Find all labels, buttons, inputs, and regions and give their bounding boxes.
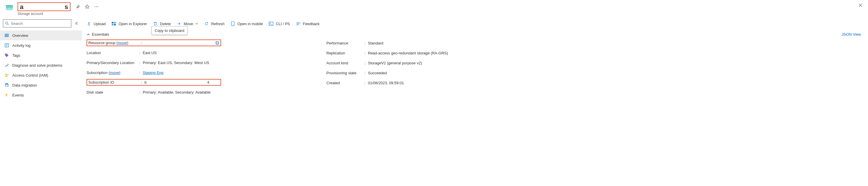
account-kind-label: Account kind bbox=[327, 61, 364, 65]
sidebar-item-label: Events bbox=[12, 93, 24, 97]
svg-rect-22 bbox=[114, 24, 116, 26]
delete-icon bbox=[153, 21, 158, 26]
sidebar-item-label: Data migration bbox=[12, 83, 37, 88]
copy-icon[interactable] bbox=[215, 41, 219, 45]
svg-rect-2 bbox=[6, 9, 13, 10]
svg-point-15 bbox=[5, 54, 6, 55]
account-kind-value: StorageV2 (general purpose v2) bbox=[368, 61, 422, 65]
essentials-toggle[interactable]: Essentials bbox=[87, 32, 109, 36]
refresh-icon bbox=[204, 21, 209, 26]
location-label: Location bbox=[87, 51, 139, 55]
svg-point-24 bbox=[232, 25, 233, 26]
mobile-icon bbox=[230, 21, 235, 26]
sidebar-item-label: Access Control (IAM) bbox=[12, 73, 48, 78]
svg-point-4 bbox=[96, 6, 97, 7]
data-migration-icon bbox=[4, 83, 9, 88]
svg-rect-20 bbox=[114, 22, 116, 23]
sidebar-item-label: Diagnose and solve problems bbox=[12, 63, 62, 67]
sidebar-item-diagnose[interactable]: Diagnose and solve problems bbox=[0, 60, 82, 70]
tags-icon bbox=[4, 53, 9, 58]
subscription-id-label: Subscription ID bbox=[88, 80, 141, 85]
svg-point-16 bbox=[5, 74, 7, 75]
sidebar-item-data-migration[interactable]: Data migration bbox=[0, 80, 82, 90]
subscription-move-link[interactable]: move bbox=[110, 70, 119, 75]
provisioning-label: Provisioning state bbox=[327, 71, 364, 75]
replication-value: Read-access geo-redundant storage (RA-GR… bbox=[368, 51, 448, 55]
created-value: 01/08/2023, 09:59:01 bbox=[368, 81, 404, 85]
main-content: Upload Open in Explorer Delete Move bbox=[82, 16, 868, 100]
resource-subtitle: Storage account bbox=[18, 12, 99, 16]
activity-log-icon bbox=[4, 43, 9, 48]
storage-account-icon bbox=[5, 3, 14, 12]
disk-state-label: Disk state bbox=[87, 90, 139, 94]
svg-point-26 bbox=[297, 22, 299, 24]
svg-rect-19 bbox=[112, 22, 114, 23]
page-header: a s S bbox=[0, 0, 868, 16]
resource-title-redacted: a s bbox=[18, 2, 70, 11]
subscription-id-value: b 4 bbox=[145, 80, 219, 85]
svg-point-17 bbox=[7, 74, 8, 75]
sidebar: Overview Activity log Tags bbox=[0, 16, 82, 100]
sidebar-search[interactable] bbox=[3, 19, 71, 28]
more-ellipsis-icon[interactable] bbox=[94, 4, 99, 9]
sidebar-item-label: Tags bbox=[12, 53, 20, 58]
sidebar-item-access-control[interactable]: Access Control (IAM) bbox=[0, 70, 82, 80]
collapse-sidebar-icon[interactable] bbox=[74, 21, 79, 26]
svg-rect-28 bbox=[216, 41, 218, 44]
sidebar-item-events[interactable]: Events bbox=[0, 90, 82, 100]
feedback-button[interactable]: Feedback bbox=[296, 19, 320, 28]
subscription-link[interactable]: Staging Eng bbox=[143, 70, 163, 75]
sidebar-item-label: Overview bbox=[12, 33, 28, 38]
open-mobile-button[interactable]: Open in mobile bbox=[230, 19, 263, 28]
cli-ps-button[interactable]: CLI / PS bbox=[269, 19, 290, 28]
move-icon bbox=[177, 21, 181, 26]
created-label: Created bbox=[327, 81, 364, 85]
upload-icon bbox=[87, 21, 91, 26]
primary-secondary-label: Primary/Secondary Location bbox=[87, 61, 139, 65]
search-input[interactable] bbox=[11, 21, 69, 26]
svg-point-6 bbox=[5, 22, 8, 24]
replication-label: Replication bbox=[327, 51, 364, 55]
explorer-icon bbox=[112, 21, 116, 26]
copy-tooltip: Copy to clipboard bbox=[152, 26, 187, 35]
command-bar: Upload Open in Explorer Delete Move bbox=[84, 18, 863, 30]
performance-value: Standard bbox=[368, 41, 383, 45]
open-explorer-button[interactable]: Open in Explorer bbox=[112, 19, 147, 28]
json-view-link[interactable]: JSON View bbox=[842, 32, 861, 36]
svg-rect-21 bbox=[112, 24, 114, 26]
overview-icon bbox=[4, 33, 9, 38]
search-icon bbox=[5, 21, 9, 26]
primary-secondary-value: Primary: East US, Secondary: West US bbox=[143, 61, 209, 65]
sidebar-item-label: Activity log bbox=[12, 43, 30, 48]
subscription-id-row-redacted: Subscription ID : b 4 bbox=[87, 79, 221, 86]
resource-group-move-link[interactable]: move bbox=[118, 41, 127, 45]
sidebar-item-activity-log[interactable]: Activity log bbox=[0, 40, 82, 50]
svg-point-3 bbox=[95, 6, 95, 7]
location-value: East US bbox=[143, 51, 157, 55]
sidebar-item-tags[interactable]: Tags bbox=[0, 50, 82, 60]
sidebar-item-overview[interactable]: Overview bbox=[0, 30, 82, 40]
svg-rect-25 bbox=[269, 22, 273, 26]
favorite-star-icon[interactable] bbox=[85, 4, 90, 9]
diagnose-icon bbox=[4, 63, 9, 68]
chevron-down-icon bbox=[195, 22, 198, 25]
access-control-icon bbox=[4, 72, 9, 78]
refresh-button[interactable]: Refresh bbox=[204, 19, 225, 28]
pin-icon[interactable] bbox=[75, 4, 81, 9]
close-icon[interactable] bbox=[858, 3, 863, 8]
events-icon bbox=[4, 92, 9, 98]
svg-rect-0 bbox=[6, 5, 13, 7]
svg-rect-10 bbox=[5, 36, 9, 37]
svg-point-5 bbox=[98, 6, 98, 7]
svg-line-7 bbox=[8, 24, 9, 25]
feedback-icon bbox=[296, 21, 301, 26]
svg-point-18 bbox=[5, 83, 8, 85]
chevron-up-icon bbox=[87, 33, 90, 36]
cli-icon bbox=[269, 21, 274, 26]
performance-label: Performance bbox=[327, 41, 364, 45]
disk-state-value: Primary: Available, Secondary: Available bbox=[143, 90, 211, 94]
upload-button[interactable]: Upload bbox=[87, 19, 105, 28]
svg-rect-9 bbox=[5, 35, 9, 36]
svg-rect-8 bbox=[5, 34, 9, 34]
provisioning-value: Succeeded bbox=[368, 71, 387, 75]
